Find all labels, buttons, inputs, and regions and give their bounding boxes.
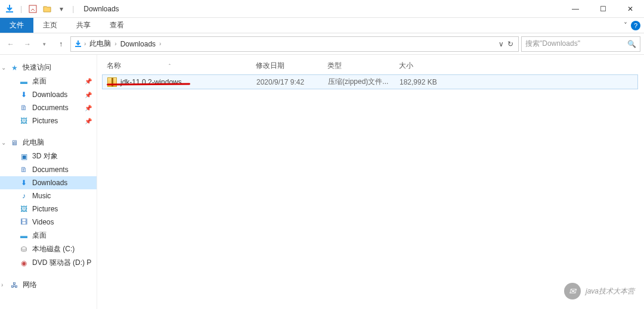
desktop-icon: ▬ [19,77,29,86]
column-headers: 名称 ˆ 修改日期 类型 大小 [102,58,638,73]
nav-item-documents-pc[interactable]: 🗎 Documents [0,163,97,176]
file-size-cell: 182,992 KB [395,78,448,86]
nav-item-label: Music [32,192,51,200]
file-type-cell: 压缩(zipped)文件... [323,77,395,87]
ribbon-tabs: 文件 主页 共享 查看 ˅ ? [0,18,644,33]
pin-icon: 📌 [85,92,92,98]
downloads-path-icon [73,39,83,49]
nav-group-quick-access: ⌄ ★ 快速访问 ▬ 桌面 📌 ⬇ Downloads 📌 🗎 Document… [0,61,97,127]
dvd-icon: ◉ [19,258,29,268]
file-date-cell: 2020/9/17 9:42 [252,78,323,86]
refresh-icon[interactable]: ↻ [507,40,513,48]
nav-item-label: Pictures [32,205,58,213]
nav-item-label: 桌面 [32,230,47,241]
breadcrumb-this-pc[interactable]: 此电脑 [87,39,113,49]
pictures-icon: 🖼 [19,116,29,126]
computer-icon: 🖥 [10,138,19,148]
wechat-icon: ✉ [564,283,581,299]
nav-item-downloads[interactable]: ⬇ Downloads 📌 [0,88,97,101]
nav-item-drive-c[interactable]: ⛁ 本地磁盘 (C:) [0,242,97,256]
nav-network-header[interactable]: › 🖧 网络 [0,278,97,292]
pictures-icon: 🖼 [19,204,29,214]
ribbon-expand-icon[interactable]: ˅ [624,21,627,30]
address-dropdown-icon[interactable]: ∨ [499,40,504,48]
svg-rect-2 [75,46,81,47]
nav-item-label: Downloads [32,179,67,187]
breadcrumb-sep: › [84,40,86,47]
3d-objects-icon: ▣ [19,152,29,161]
nav-item-label: Documents [32,104,69,112]
qat-dropdown-icon[interactable]: ▾ [55,3,67,15]
nav-recent-dropdown[interactable]: ▾ [37,37,51,51]
close-button[interactable]: ✕ [617,0,644,18]
window-controls: — ☐ ✕ [562,0,644,18]
nav-item-music[interactable]: ♪ Music [0,189,97,202]
drive-icon: ⛁ [19,245,29,254]
window-title: Downloads [83,5,119,13]
address-bar[interactable]: › 此电脑 › Downloads › ∨ ↻ [70,36,519,52]
file-row[interactable]: jdk-11.0.2-windows 2020/9/17 9:42 压缩(zip… [102,74,638,89]
help-icon[interactable]: ? [631,21,640,30]
nav-item-desktop-pc[interactable]: ▬ 桌面 [0,229,97,242]
tab-share[interactable]: 共享 [67,18,100,33]
nav-item-label: 桌面 [32,76,47,86]
nav-label: 此电脑 [23,138,44,148]
properties-icon[interactable] [27,3,39,15]
nav-item-label: DVD 驱动器 (D:) P [32,258,91,268]
nav-item-label: 本地磁盘 (C:) [32,244,75,254]
network-icon: 🖧 [10,280,19,290]
breadcrumb-sep: › [114,40,116,47]
breadcrumb-downloads[interactable]: Downloads [118,40,158,48]
column-header-type[interactable]: 类型 [323,61,394,71]
column-header-size[interactable]: 大小 [394,61,448,71]
search-input[interactable]: 搜索"Downloads" 🔍 [521,36,640,52]
pin-icon: 📌 [85,105,92,111]
chevron-down-icon: ⌄ [1,139,6,146]
downloads-folder-icon [4,3,16,15]
pin-icon: 📌 [85,78,92,85]
nav-back-button[interactable]: ← [4,37,18,51]
new-folder-icon[interactable] [41,3,53,15]
nav-item-dvd-drive[interactable]: ◉ DVD 驱动器 (D:) P [0,256,97,270]
column-label: 名称 [107,61,121,71]
nav-item-desktop[interactable]: ▬ 桌面 📌 [0,74,97,88]
nav-this-pc-header[interactable]: ⌄ 🖥 此电脑 [0,136,97,149]
column-header-name[interactable]: 名称 ˆ [102,61,251,71]
documents-icon: 🗎 [19,103,29,113]
maximize-button[interactable]: ☐ [589,0,617,18]
nav-item-documents[interactable]: 🗎 Documents 📌 [0,101,97,114]
tab-file[interactable]: 文件 [0,18,33,33]
chevron-down-icon: ⌄ [1,64,6,71]
search-placeholder: 搜索"Downloads" [525,39,627,49]
chevron-right-icon: › [1,282,3,288]
nav-quick-access-header[interactable]: ⌄ ★ 快速访问 [0,61,97,74]
nav-label: 网络 [23,280,37,290]
music-icon: ♪ [19,191,29,201]
tab-home[interactable]: 主页 [33,18,67,33]
nav-group-this-pc: ⌄ 🖥 此电脑 ▣ 3D 对象 🗎 Documents ⬇ Downloads … [0,136,97,270]
nav-item-videos[interactable]: 🎞 Videos [0,216,97,229]
star-icon: ★ [10,63,19,73]
nav-forward-button[interactable]: → [20,37,35,51]
nav-item-pictures[interactable]: 🖼 Pictures 📌 [0,114,97,127]
watermark-text: java技术大本营 [586,286,634,296]
tab-view[interactable]: 查看 [100,18,134,33]
downloads-icon: ⬇ [19,90,29,99]
quick-access-toolbar: | ▾ | Downloads [0,3,119,15]
nav-item-label: Documents [32,166,69,174]
separator: | [72,5,74,13]
videos-icon: 🎞 [19,217,29,227]
nav-item-pictures-pc[interactable]: 🖼 Pictures [0,202,97,216]
minimize-button[interactable]: — [562,0,589,18]
sort-indicator-icon: ˆ [169,63,171,69]
nav-item-downloads-pc[interactable]: ⬇ Downloads [0,176,97,189]
watermark: ✉ java技术大本营 [564,283,634,299]
nav-up-button[interactable]: ↑ [54,37,68,51]
desktop-icon: ▬ [19,231,29,241]
file-list-area: 名称 ˆ 修改日期 类型 大小 jdk-11.0.2-windows 2020/… [97,55,644,309]
nav-item-3d-objects[interactable]: ▣ 3D 对象 [0,149,97,163]
svg-rect-0 [6,11,13,13]
title-bar: | ▾ | Downloads — ☐ ✕ [0,0,644,18]
column-header-date[interactable]: 修改日期 [251,61,323,71]
nav-item-label: 3D 对象 [32,151,58,161]
